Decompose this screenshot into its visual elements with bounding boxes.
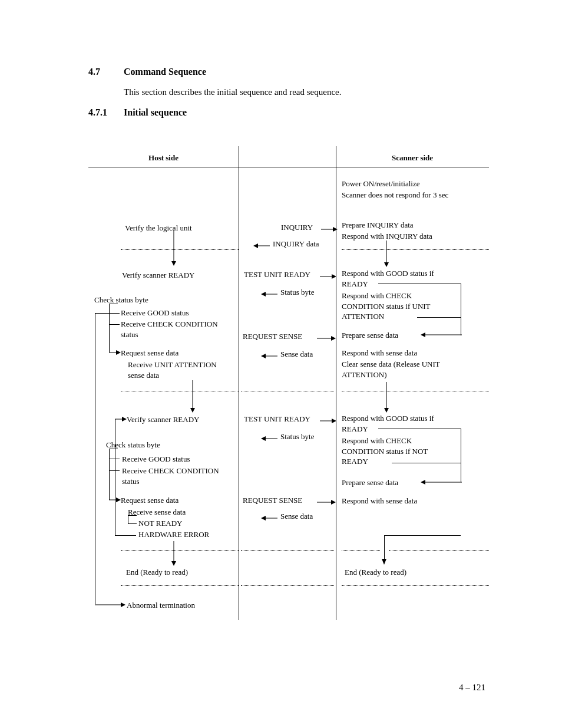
scanner-resp-sense-1: Respond with sense data [342, 348, 417, 358]
svg-marker-23 [384, 408, 389, 413]
host-hw-error: HARDWARE ERROR [138, 529, 209, 540]
svg-marker-11 [332, 274, 336, 279]
abnormal-loop-v [95, 313, 95, 604]
host-not-ready: NOT READY [138, 518, 183, 529]
divider-right [336, 146, 336, 620]
dotted-2c [342, 391, 489, 391]
scanner-power: Power ON/reset/initialize [342, 179, 420, 189]
arrow-right-icon [321, 227, 336, 232]
dotted-3d [389, 550, 489, 551]
flow-arrow-scanner-end [381, 559, 387, 566]
branch-arrow-icon [95, 602, 125, 607]
mid-tur-1: TEST UNIT READY [244, 270, 310, 279]
dotted-4c [342, 585, 489, 586]
svg-marker-33 [331, 500, 336, 505]
section-number-2: 4.7.1 [88, 107, 107, 118]
inner-bracket-m [128, 523, 137, 524]
flow-arrow-host-2 [190, 380, 196, 413]
mid-reqsense-2: REQUEST SENSE [243, 496, 302, 505]
svg-marker-17 [261, 354, 266, 358]
arrow-left-icon [261, 292, 277, 297]
dotted-4a [121, 585, 239, 586]
page: 4.7 Command Sequence This section descri… [0, 0, 562, 728]
bracket-1-outer [109, 304, 110, 353]
header-line [88, 167, 489, 167]
scanner-clear-sense: Clear sense data (Release UNIT ATTENTION… [342, 359, 448, 380]
inner-bracket-t [128, 515, 137, 516]
host-verify-lu: Verify the logical unit [125, 223, 192, 233]
intro-text: This section describes the initial seque… [124, 87, 341, 97]
svg-marker-27 [116, 498, 121, 502]
mid-inquiry: INQUIRY [281, 223, 313, 232]
dotted-4b [241, 585, 334, 586]
bracket-2-top [109, 449, 118, 449]
dotted-2b [241, 391, 334, 391]
host-recv-check-2: Receive CHECK CONDITION status [122, 466, 237, 486]
inner-bracket-v [128, 515, 128, 523]
dotted-3b [241, 550, 334, 551]
flow-arrow-host-end [171, 541, 177, 566]
flow-arrow-scanner-2 [384, 382, 389, 413]
host-recv-ua: Receive UNIT ATTENTION sense data [128, 360, 234, 380]
scanner-resp-sense-2: Respond with sense data [342, 496, 417, 506]
host-end: End (Ready to read) [126, 567, 188, 578]
scanner-header: Scanner side [336, 153, 489, 163]
branch-arrow-icon [109, 498, 120, 502]
host-recv-check-1: Receive CHECK CONDITION status [121, 319, 236, 340]
mid-sensedata-1: Sense data [280, 350, 313, 359]
scanner-line-2v [461, 429, 461, 482]
svg-marker-15 [331, 336, 336, 341]
arrow-left-icon [421, 480, 462, 485]
mid-tur-2: TEST UNIT READY [244, 414, 310, 424]
bracket-1-mid1 [109, 313, 120, 314]
host-check-status-1: Check status byte [94, 295, 148, 305]
scanner-line-2b [392, 463, 461, 463]
svg-marker-21 [190, 408, 195, 413]
arrow-right-icon [320, 419, 336, 423]
arrow-left-icon [261, 354, 277, 358]
branch-arrow-icon [115, 417, 125, 421]
loop-line-1 [115, 419, 115, 535]
section-title-1: Command Sequence [124, 67, 206, 77]
scanner-end: End (Ready to read) [345, 567, 406, 578]
scanner-prep-sense-2: Prepare sense data [342, 477, 398, 488]
flow-arrow-scanner-1 [384, 241, 389, 267]
branch-arrow-icon [109, 350, 120, 355]
mid-sensedata-2: Sense data [280, 512, 313, 521]
svg-marker-35 [261, 516, 266, 521]
dotted-3a [121, 550, 239, 551]
svg-marker-42 [121, 602, 125, 607]
arrow-left-icon [261, 436, 277, 441]
section-title-2: Initial sequence [124, 107, 187, 118]
scanner-end-h [384, 535, 461, 536]
loop-line-1h [115, 535, 136, 536]
host-req-sense-1: Request sense data [121, 348, 178, 358]
scanner-line-1v [461, 284, 461, 335]
host-verify-ready-2: Verify scanner READY [127, 414, 199, 425]
arrow-left-icon [253, 243, 270, 248]
bracket-2-outer [109, 449, 110, 500]
svg-marker-38 [382, 559, 386, 565]
mid-status-2: Status byte [280, 432, 314, 442]
svg-marker-5 [171, 261, 176, 266]
bracket-1-top [109, 304, 118, 304]
bracket-1-mid2 [109, 324, 120, 325]
host-abnormal: Abnormal termination [127, 600, 195, 611]
svg-marker-3 [253, 243, 258, 248]
dotted-1a [121, 249, 239, 250]
svg-marker-1 [333, 227, 338, 232]
mid-reqsense-1: REQUEST SENSE [243, 332, 302, 341]
host-header: Host side [88, 153, 239, 163]
scanner-prep-inq: Prepare INQUIRY data [342, 220, 414, 230]
arrow-right-icon [317, 336, 336, 341]
bracket-2-m1 [109, 459, 120, 459]
svg-marker-31 [261, 436, 266, 441]
host-recv-good-1: Receive GOOD status [121, 308, 189, 318]
flow-arrow-host-1 [171, 230, 177, 266]
host-recv-good-2: Receive GOOD status [122, 454, 190, 465]
mid-status-1: Status byte [280, 288, 314, 297]
arrow-right-icon [317, 500, 336, 505]
scanner-line-2a [378, 429, 461, 429]
sequence-diagram: Host side Scanner side Power ON/reset/in… [88, 146, 489, 635]
section-number-1: 4.7 [88, 67, 100, 77]
